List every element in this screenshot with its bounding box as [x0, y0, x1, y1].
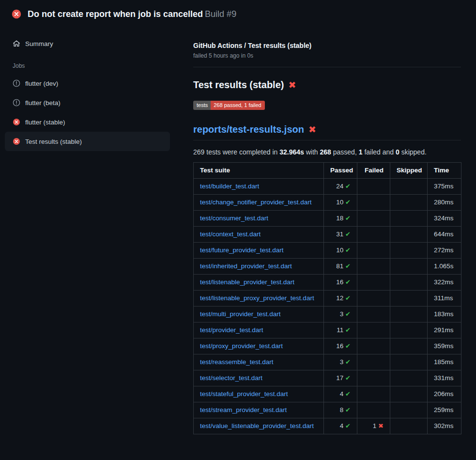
table-row: test/provider_test.dart11 ✔291ms — [194, 322, 461, 338]
skipped-cell — [390, 259, 428, 275]
summary-mid3: failed and — [363, 148, 396, 156]
test-results-table: Test suite Passed Failed Skipped Time te… — [193, 162, 461, 434]
suite-cell: test/proxy_provider_test.dart — [194, 338, 324, 354]
col-header-passed: Passed — [324, 163, 357, 179]
check-icon: ✔ — [345, 199, 351, 206]
failed-cell — [357, 291, 390, 307]
passed-cell: 16 ✔ — [324, 338, 357, 354]
table-row: test/builder_test.dart24 ✔375ms — [194, 179, 461, 195]
failed-cell — [357, 195, 390, 211]
check-icon: ✔ — [345, 374, 351, 382]
build-number: Build #9 — [205, 9, 236, 19]
skipped-cell — [390, 402, 428, 418]
badge-value: 268 passed, 1 failed — [211, 101, 264, 110]
passed-cell: 31 ✔ — [324, 227, 357, 243]
check-icon: ✔ — [345, 215, 351, 222]
failed-cell — [357, 211, 390, 227]
report-link[interactable]: reports/test-results.json — [193, 124, 304, 135]
time-cell: 291ms — [428, 322, 461, 338]
failed-cell — [357, 386, 390, 402]
table-row: test/selector_test.dart17 ✔331ms — [194, 370, 461, 386]
suite-link[interactable]: test/consumer_test.dart — [200, 215, 268, 222]
passed-cell: 16 ✔ — [324, 275, 357, 291]
suite-link[interactable]: test/listenable_provider_test.dart — [200, 278, 294, 286]
header: Do not create report when job is cancell… — [0, 0, 476, 27]
suite-cell: test/listenable_proxy_provider_test.dart — [194, 291, 324, 307]
table-row: test/listenable_provider_test.dart16 ✔32… — [194, 275, 461, 291]
time-cell: 183ms — [428, 307, 461, 322]
sidebar-item-flutter-stable[interactable]: flutter (stable) — [5, 112, 170, 132]
time-cell: 311ms — [428, 291, 461, 307]
main-content: GitHub Actions / Test results (stable) f… — [182, 27, 476, 434]
passed-cell: 81 ✔ — [324, 259, 357, 275]
sidebar-item-test-results-stable[interactable]: Test results (stable) — [5, 132, 170, 151]
run-title: Do not create report when job is cancell… — [28, 9, 203, 19]
check-icon: ✔ — [345, 390, 351, 398]
skipped-cell — [390, 179, 428, 195]
suite-link[interactable]: test/provider_test.dart — [200, 326, 263, 334]
summary-mid1: with — [304, 148, 320, 156]
suite-cell: test/future_provider_test.dart — [194, 243, 324, 259]
suite-cell: test/multi_provider_test.dart — [194, 307, 324, 322]
sidebar-item-flutter-dev[interactable]: flutter (dev) — [5, 74, 170, 93]
failed-cell — [357, 322, 390, 338]
check-icon: ✔ — [345, 358, 351, 366]
sidebar-item-flutter-beta[interactable]: flutter (beta) — [5, 93, 170, 112]
table-row: test/listenable_proxy_provider_test.dart… — [194, 291, 461, 307]
report-title: reports/test-results.json ✖ — [193, 124, 461, 140]
table-row: test/context_test.dart31 ✔644ms — [194, 227, 461, 243]
check-icon: ✔ — [345, 230, 351, 238]
test-table-body: test/builder_test.dart24 ✔375mstest/chan… — [194, 179, 461, 434]
skipped-cell — [390, 275, 428, 291]
table-row: test/consumer_test.dart18 ✔324ms — [194, 211, 461, 227]
col-header-skipped: Skipped — [390, 163, 428, 179]
x-circle-icon — [13, 138, 20, 145]
col-header-test-suite: Test suite — [194, 163, 324, 179]
passed-cell: 3 ✔ — [324, 354, 357, 370]
table-row: test/multi_provider_test.dart3 ✔183ms — [194, 307, 461, 322]
suite-link[interactable]: test/inherited_provider_test.dart — [200, 262, 292, 270]
skipped-cell — [390, 211, 428, 227]
skipped-cell — [390, 291, 428, 307]
suite-link[interactable]: test/stream_provider_test.dart — [200, 406, 287, 414]
job-label: Test results (stable) — [25, 138, 82, 145]
suite-link[interactable]: test/listenable_proxy_provider_test.dart — [200, 294, 314, 302]
summary-mid2: passed, — [331, 148, 359, 156]
suite-cell: test/selector_test.dart — [194, 370, 324, 386]
suite-link[interactable]: test/value_listenable_provider_test.dart — [200, 422, 314, 429]
failed-cell — [357, 402, 390, 418]
badge-label: tests — [193, 101, 211, 110]
suite-link[interactable]: test/proxy_provider_test.dart — [200, 342, 283, 350]
check-icon: ✔ — [345, 278, 351, 286]
summary-suffix: skipped. — [399, 148, 427, 156]
col-header-time: Time — [428, 163, 461, 179]
divider — [193, 67, 461, 67]
table-row: test/future_provider_test.dart10 ✔272ms — [194, 243, 461, 259]
suite-cell: test/stream_provider_test.dart — [194, 402, 324, 418]
suite-cell: test/consumer_test.dart — [194, 211, 324, 227]
time-cell: 331ms — [428, 370, 461, 386]
passed-cell: 10 ✔ — [324, 195, 357, 211]
suite-link[interactable]: test/future_provider_test.dart — [200, 246, 284, 254]
skipped-cell — [390, 322, 428, 338]
suite-link[interactable]: test/reassemble_test.dart — [200, 358, 274, 366]
time-cell: 375ms — [428, 179, 461, 195]
table-row: test/change_notifier_provider_test.dart1… — [194, 195, 461, 211]
failed-cell — [357, 243, 390, 259]
suite-link[interactable]: test/multi_provider_test.dart — [200, 310, 281, 318]
failed-cell — [357, 275, 390, 291]
suite-link[interactable]: test/change_notifier_provider_test.dart — [200, 199, 311, 206]
sidebar-item-summary[interactable]: Summary — [5, 34, 170, 53]
skipped-cell — [390, 338, 428, 354]
summary-duration: 32.964s — [279, 148, 304, 156]
table-header-row: Test suite Passed Failed Skipped Time — [194, 163, 461, 179]
summary-skipped-count: 0 — [396, 148, 399, 156]
time-cell: 322ms — [428, 275, 461, 291]
passed-cell: 4 ✔ — [324, 418, 357, 434]
suite-link[interactable]: test/selector_test.dart — [200, 374, 262, 382]
suite-link[interactable]: test/stateful_provider_test.dart — [200, 390, 288, 398]
suite-link[interactable]: test/context_test.dart — [200, 230, 261, 238]
passed-cell: 8 ✔ — [324, 402, 357, 418]
check-title-text: Test results (stable) — [193, 79, 284, 91]
suite-link[interactable]: test/builder_test.dart — [200, 183, 259, 190]
